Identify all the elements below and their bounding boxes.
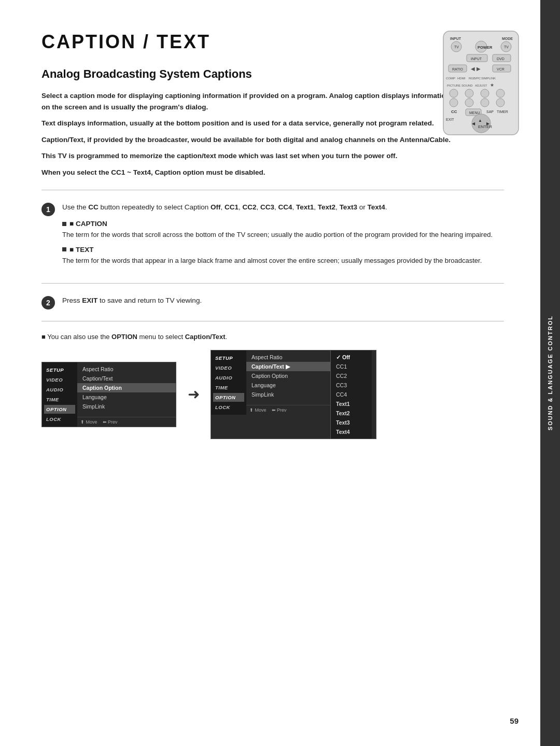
- step-2-text: Press EXIT to save and return to TV view…: [62, 295, 504, 306]
- divider-3: [41, 321, 504, 321]
- svg-point-29: [496, 89, 505, 97]
- menu-2-time: TIME: [213, 383, 244, 392]
- section-title: Analog Broadcasting System Captions: [41, 67, 504, 81]
- step-1-container: 1 Use the CC button repeatedly to select…: [41, 202, 504, 272]
- page-number: 59: [510, 716, 519, 725]
- menu-2-lock: LOCK: [213, 403, 244, 412]
- menu-2-move: ⬆ Move: [249, 407, 267, 413]
- intro-para-3: Caption/Text, if provided by the broadca…: [41, 134, 504, 146]
- menu-screenshot-2: SETUP VIDEO AUDIO TIME OPTION LOCK Aspec…: [211, 350, 376, 439]
- submenu-text1: Text1: [331, 399, 372, 409]
- svg-point-27: [465, 89, 473, 97]
- text-body: The term for the words that appear in a …: [62, 256, 504, 266]
- menu-1-aspect: Aspect Ratio: [77, 364, 176, 374]
- menu-1-lock: LOCK: [44, 415, 75, 424]
- svg-point-30: [450, 98, 458, 107]
- svg-text:ENTER: ENTER: [478, 124, 492, 129]
- arrow-icon: ➜: [186, 386, 201, 403]
- svg-text:◀ ▶: ◀ ▶: [471, 66, 481, 72]
- divider-1: [41, 190, 504, 190]
- menu-2-aspect: Aspect Ratio: [246, 353, 330, 362]
- svg-text:SAP: SAP: [486, 110, 494, 114]
- caption-subsection: ■ CAPTION The term for the words that sc…: [62, 220, 504, 266]
- menu-1-video: VIDEO: [44, 375, 75, 384]
- step-1-text: Use the CC button repeatedly to select C…: [62, 202, 504, 213]
- menu-1-bottom: ⬆ Move ⬅ Prev: [77, 417, 176, 427]
- svg-text:HDMI: HDMI: [457, 77, 466, 80]
- svg-text:▲: ▲: [478, 118, 482, 123]
- intro-para-1: Select a caption mode for displaying cap…: [41, 90, 504, 112]
- caption-square-icon: [62, 222, 66, 226]
- sidebar-tab: SOUND & LANGUAGE CONTROL: [540, 0, 560, 746]
- svg-text:INPUT: INPUT: [450, 37, 461, 40]
- caption-body: The term for the words that scroll acros…: [62, 230, 504, 241]
- remote-svg: INPUT MODE TV POWER TV INPUT DVD RATIO ◀…: [441, 29, 521, 137]
- svg-text:TV: TV: [454, 45, 459, 49]
- svg-point-28: [481, 89, 489, 97]
- svg-text:★: ★: [490, 82, 494, 88]
- remote-image: INPUT MODE TV POWER TV INPUT DVD RATIO ◀…: [441, 29, 521, 139]
- svg-point-32: [481, 98, 489, 107]
- submenu-text2: Text2: [331, 409, 372, 418]
- caption-subtitle: ■ CAPTION: [62, 220, 504, 228]
- intro-para-4: This TV is programmed to memorize the ca…: [41, 150, 504, 162]
- svg-text:TV: TV: [504, 45, 509, 49]
- menu-2-right: Aspect Ratio Caption/Text ▶ Caption Opti…: [246, 350, 330, 405]
- menu-2-prev: ⬅ Prev: [272, 407, 287, 413]
- menu-2-video: VIDEO: [213, 363, 244, 372]
- menu-1-right: Aspect Ratio Caption/Text Caption Option…: [77, 362, 176, 417]
- svg-text:RATIO: RATIO: [452, 67, 463, 71]
- menu-2-simplink: SimpLink: [246, 390, 330, 399]
- text-square-icon: [62, 247, 66, 251]
- submenu-cc4: CC4: [331, 390, 372, 399]
- step-2-container: 2 Press EXIT to save and return to TV vi…: [41, 295, 504, 309]
- svg-text:ADJUST: ADJUST: [475, 84, 487, 87]
- menu-1-caption-text: Caption/Text: [77, 374, 176, 383]
- svg-text:SIMPLINK: SIMPLINK: [481, 77, 496, 80]
- svg-text:EXIT: EXIT: [446, 118, 454, 121]
- page-container: SOUND & LANGUAGE CONTROL INPUT MODE TV P…: [0, 0, 560, 746]
- menu-1-time: TIME: [44, 395, 75, 404]
- menu-1-left: SETUP VIDEO AUDIO TIME OPTION LOCK: [42, 362, 77, 427]
- menu-2-setup: SETUP: [213, 354, 244, 362]
- svg-text:DVD: DVD: [497, 57, 505, 61]
- sidebar-label: SOUND & LANGUAGE CONTROL: [547, 315, 553, 430]
- menu-1-prev: ⬅ Prev: [103, 419, 118, 425]
- divider-2: [41, 283, 504, 284]
- menu-1-setup: SETUP: [44, 365, 75, 374]
- menu-1-move: ⬆ Move: [80, 419, 97, 425]
- step-1-circle: 1: [41, 203, 55, 216]
- menu-1-caption-option: Caption Option: [77, 383, 176, 392]
- svg-text:◀: ◀: [472, 121, 475, 126]
- svg-text:MODE: MODE: [502, 37, 513, 40]
- svg-text:COMP: COMP: [446, 77, 455, 80]
- svg-text:TIMER: TIMER: [497, 110, 508, 114]
- svg-text:MENU: MENU: [469, 111, 480, 115]
- intro-para-2: Text displays information, usually at th…: [41, 118, 504, 129]
- submenu-options: ✓ Off CC1 CC2 CC3 CC4 Text1 Text2 Text3 …: [330, 350, 372, 439]
- menu-2-option: OPTION: [213, 393, 244, 402]
- submenu-cc2: CC2: [331, 371, 372, 381]
- menu-2-bottom: ⬆ Move ⬅ Prev: [246, 405, 330, 415]
- svg-point-31: [465, 98, 473, 107]
- svg-text:RGB/PC: RGB/PC: [469, 77, 481, 80]
- main-content: INPUT MODE TV POWER TV INPUT DVD RATIO ◀…: [0, 0, 540, 746]
- submenu-text4: Text4: [331, 427, 372, 437]
- svg-text:▶: ▶: [486, 121, 490, 126]
- menu-1-simplink: SimpLink: [77, 402, 176, 411]
- svg-text:POWER: POWER: [478, 45, 493, 50]
- menu-2-language: Language: [246, 381, 330, 390]
- intro-para-5: When you select the CC1 ~ Text4, Caption…: [41, 167, 504, 178]
- submenu-text3: Text3: [331, 418, 372, 427]
- svg-text:PICTURE: PICTURE: [447, 84, 460, 87]
- option-note: ■ You can also use the OPTION menu to se…: [41, 333, 504, 341]
- submenu-cc3: CC3: [331, 381, 372, 390]
- menu-1-language: Language: [77, 392, 176, 402]
- caption-label: ■ CAPTION: [69, 220, 107, 228]
- menu-2-audio: AUDIO: [213, 373, 244, 382]
- submenu-off: ✓ Off: [331, 353, 372, 362]
- submenu-cc1: CC1: [331, 362, 372, 371]
- menu-2-sidebar: SETUP VIDEO AUDIO TIME OPTION LOCK Aspec…: [211, 350, 330, 415]
- menu-1-option: OPTION: [44, 405, 75, 414]
- menu-1-audio: AUDIO: [44, 385, 75, 394]
